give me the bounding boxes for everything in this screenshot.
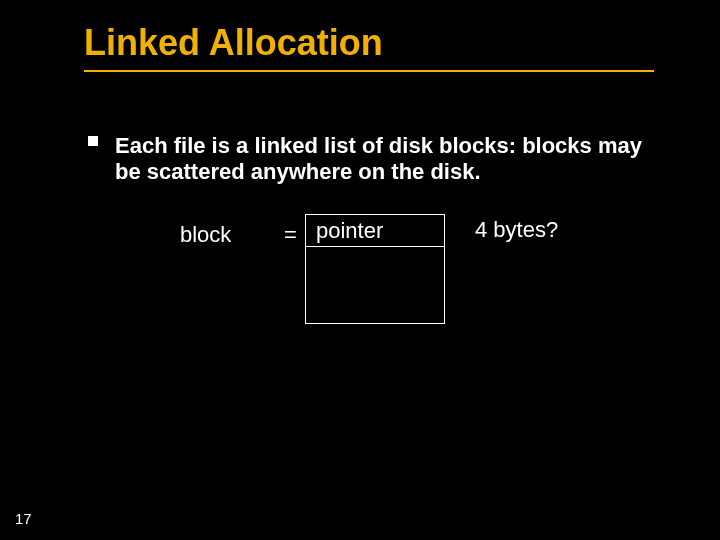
block-box: pointer [305,214,445,324]
pointer-label: pointer [316,218,383,244]
pointer-row: pointer [306,215,444,247]
slide-number: 17 [15,510,32,527]
block-label: block [180,222,231,248]
title-underline [84,70,654,72]
slide: Linked Allocation Each file is a linked … [0,0,720,540]
slide-title: Linked Allocation [84,22,383,64]
bullet-text: Each file is a linked list of disk block… [115,133,660,186]
bullet-marker-icon [88,136,98,146]
size-annotation: 4 bytes? [475,217,558,243]
bullet-item: Each file is a linked list of disk block… [88,133,660,186]
equals-sign: = [284,222,297,248]
